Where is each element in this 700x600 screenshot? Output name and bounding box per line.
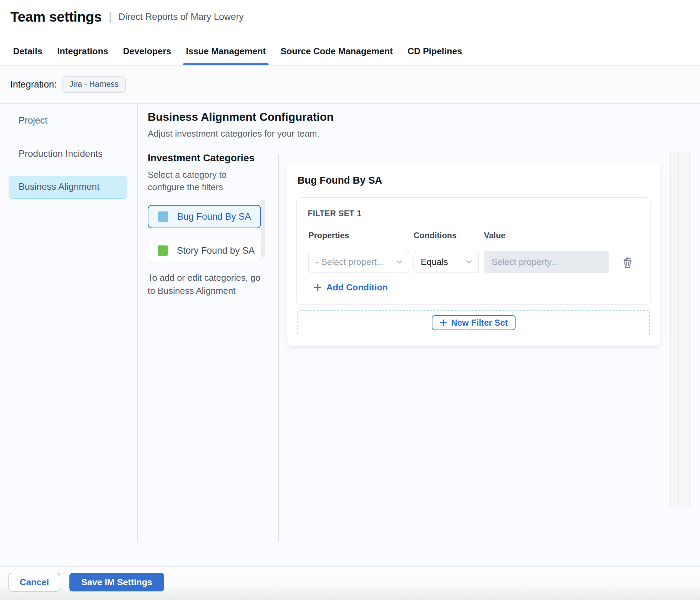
tab-source-code-management[interactable]: Source Code Management bbox=[281, 46, 393, 65]
category-label: Story Found by SA bbox=[177, 245, 255, 256]
categories-scrollbar[interactable] bbox=[261, 200, 265, 257]
new-filter-set-dropzone: New Filter Set bbox=[297, 310, 650, 335]
condition-select[interactable]: Equals bbox=[414, 251, 479, 273]
content-area: Project Production Incidents Business Al… bbox=[0, 104, 700, 566]
vertical-scrollbar-track[interactable] bbox=[670, 152, 679, 507]
category-label: Bug Found By SA bbox=[177, 211, 251, 222]
chevron-down-icon bbox=[396, 260, 403, 264]
column-label-conditions: Conditions bbox=[414, 231, 456, 240]
section-title: Business Alignment Configuration bbox=[148, 111, 334, 124]
investment-categories-panel: Investment Categories Select a category … bbox=[148, 152, 261, 297]
section-subtitle: Adjust investment categories for your te… bbox=[148, 128, 319, 139]
value-input[interactable] bbox=[484, 251, 609, 273]
tab-issue-management[interactable]: Issue Management bbox=[186, 46, 266, 65]
category-button-bug-found-by-sa[interactable]: Bug Found By SA bbox=[148, 205, 261, 228]
tab-details[interactable]: Details bbox=[13, 46, 42, 65]
property-select-value: - Select propert... bbox=[316, 257, 384, 267]
config-card-title: Bug Found By SA bbox=[297, 175, 382, 186]
investment-categories-heading: Investment Categories bbox=[148, 152, 261, 164]
property-select[interactable]: - Select propert... bbox=[308, 251, 409, 273]
header-subtitle: Direct Reports of Mary Lowery bbox=[118, 12, 244, 22]
page-title: Team settings bbox=[10, 9, 102, 25]
sidebar-item-label: Project bbox=[19, 115, 47, 126]
cancel-button[interactable]: Cancel bbox=[9, 573, 60, 591]
new-filter-set-label: New Filter Set bbox=[451, 318, 508, 328]
column-label-value: Value bbox=[484, 231, 506, 240]
new-filter-set-button[interactable]: New Filter Set bbox=[432, 315, 516, 330]
app-header: Team settings | Direct Reports of Mary L… bbox=[0, 0, 700, 66]
condition-select-value: Equals bbox=[421, 257, 448, 267]
investment-categories-hint: Select a category to configure the filte… bbox=[148, 169, 261, 193]
plus-icon bbox=[439, 319, 448, 327]
delete-condition-button[interactable] bbox=[619, 253, 636, 270]
integration-label: Integration: bbox=[10, 79, 57, 90]
add-condition-label: Add Condition bbox=[326, 282, 388, 293]
header-brand: Team settings | Direct Reports of Mary L… bbox=[10, 9, 244, 25]
categories-footnote: To add or edit categories, go to Busines… bbox=[148, 271, 261, 297]
tab-developers[interactable]: Developers bbox=[123, 46, 171, 65]
column-label-properties: Properties bbox=[308, 231, 349, 240]
sidebar-item-production-incidents[interactable]: Production Incidents bbox=[9, 142, 127, 165]
categories-divider bbox=[278, 154, 279, 542]
category-button-story-found-by-sa[interactable]: Story Found by SA bbox=[148, 239, 261, 262]
sidebar-divider bbox=[137, 104, 138, 542]
chevron-down-icon bbox=[466, 260, 472, 264]
sidebar-item-label: Business Alignment bbox=[19, 182, 100, 192]
integration-bar: Integration: Jira - Harness bbox=[0, 66, 700, 104]
add-condition-button[interactable]: Add Condition bbox=[313, 282, 388, 293]
integration-chip[interactable]: Jira - Harness bbox=[62, 76, 126, 93]
save-im-settings-button[interactable]: Save IM Settings bbox=[69, 573, 164, 591]
plus-icon bbox=[313, 283, 322, 292]
tab-integrations[interactable]: Integrations bbox=[57, 46, 108, 65]
sidebar-item-business-alignment[interactable]: Business Alignment bbox=[9, 176, 127, 199]
filter-set-label: FILTER SET 1 bbox=[308, 209, 361, 218]
category-color-swatch bbox=[158, 211, 168, 222]
category-color-swatch bbox=[158, 245, 168, 256]
filter-set-box: FILTER SET 1 Properties Conditions Value… bbox=[296, 197, 651, 305]
title-separator: | bbox=[109, 10, 112, 23]
category-config-card: Bug Found By SA FILTER SET 1 Properties … bbox=[287, 163, 660, 346]
sidebar-item-project[interactable]: Project bbox=[9, 109, 127, 132]
action-footer: Cancel Save IM Settings bbox=[0, 566, 700, 600]
settings-tab-bar: Details Integrations Developers Issue Ma… bbox=[13, 46, 462, 65]
tab-cd-pipelines[interactable]: CD Pipelines bbox=[407, 46, 462, 65]
trash-icon bbox=[621, 255, 634, 269]
vertical-scrollbar-track[interactable] bbox=[681, 152, 690, 507]
sidebar-item-label: Production Incidents bbox=[19, 149, 103, 159]
